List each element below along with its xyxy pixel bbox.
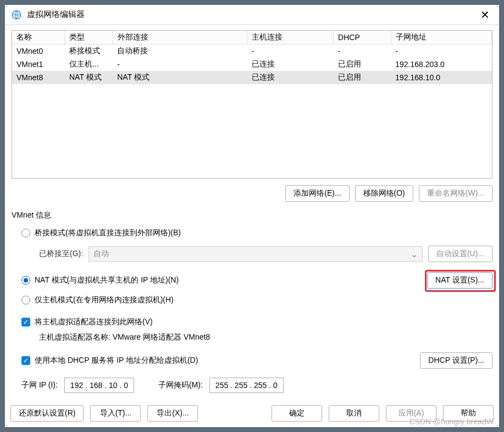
cell-type: 仅主机... [65,58,113,71]
import-button[interactable]: 导入(T)... [90,405,141,422]
cell-name: VMnet0 [12,45,65,58]
nat-radio[interactable] [21,276,30,285]
subnet-ip-input[interactable]: 192 . 168 . 10 . 0 [64,378,134,393]
cell-ext: NAT 模式 [113,71,247,84]
subnet-row: 子网 IP (I): 192 . 168 . 10 . 0 子网掩码(M): 2… [12,372,492,396]
cell-subnet: 192.168.203.0 [391,58,491,71]
remove-network-button[interactable]: 移除网络(O) [355,185,413,202]
col-dhcp[interactable]: DHCP [334,31,391,45]
bridge-to-label: 已桥接至(G): [39,249,83,259]
globe-icon [12,10,21,20]
cell-dhcp: 已启用 [334,58,391,71]
cell-name: VMnet1 [12,58,65,71]
dhcp-label: 使用本地 DHCP 服务将 IP 地址分配给虚拟机(D) [35,356,198,365]
table-buttons: 添加网络(E)... 移除网络(O) 重命名网络(W)... [12,185,492,202]
cell-ext: 自动桥接 [113,45,247,58]
auto-bridge-button[interactable]: 自动设置(U)... [428,246,492,262]
add-network-button[interactable]: 添加网络(E)... [285,185,349,202]
cell-host: 已连接 [247,58,334,71]
cell-subnet: - [391,45,491,58]
cell-host: 已连接 [247,71,334,84]
host-adapter-checkbox[interactable] [21,318,30,326]
col-host[interactable]: 主机连接 [247,31,334,45]
dhcp-checkbox[interactable] [21,356,30,365]
hostonly-radio[interactable] [21,296,30,304]
watermark: CSDN @hungry breadW [409,417,494,426]
nat-settings-button[interactable]: NAT 设置(S)... [427,272,492,289]
networks-table-wrap: 名称 类型 外部连接 主机连接 DHCP 子网地址 VMnet0桥接模式自动桥接… [12,30,492,179]
close-button[interactable]: ✕ [477,8,492,21]
dhcp-settings-button[interactable]: DHCP 设置(P)... [420,352,492,369]
networks-table[interactable]: 名称 类型 外部连接 主机连接 DHCP 子网地址 VMnet0桥接模式自动桥接… [12,31,492,84]
table-header-row: 名称 类型 外部连接 主机连接 DHCP 子网地址 [12,31,492,45]
bridge-to-row: 已桥接至(G): 自动 自动设置(U)... [12,241,492,269]
subnet-ip-label: 子网 IP (I): [21,380,58,390]
hostonly-mode-radio-row[interactable]: 仅主机模式(在专用网络内连接虚拟机)(H) [12,292,492,308]
col-type[interactable]: 类型 [65,31,113,45]
hostonly-label: 仅主机模式(在专用网络内连接虚拟机)(H) [35,295,174,305]
table-row[interactable]: VMnet0桥接模式自动桥接--- [12,45,492,58]
vmnet-info-label: VMnet 信息 [12,211,492,220]
rename-network-button[interactable]: 重命名网络(W)... [419,185,492,202]
cancel-button[interactable]: 取消 [329,405,379,422]
nat-mode-radio-row[interactable]: NAT 模式(与虚拟机共享主机的 IP 地址)(N) NAT 设置(S)... [12,269,492,292]
host-adapter-check-row[interactable]: 将主机虚拟适配器连接到此网络(V) [12,314,492,330]
bridge-mode-radio-row[interactable]: 桥接模式(将虚拟机直接连接到外部网络)(B) [12,225,492,241]
col-subnet[interactable]: 子网地址 [391,31,491,45]
subnet-mask-input[interactable]: 255 . 255 . 255 . 0 [209,378,284,393]
cell-subnet: 192.168.10.0 [391,71,491,84]
cell-dhcp: - [334,45,391,58]
bridge-radio[interactable] [21,229,30,237]
bridge-label: 桥接模式(将虚拟机直接连接到外部网络)(B) [35,228,181,238]
cell-type: NAT 模式 [65,71,113,84]
table-row[interactable]: VMnet8NAT 模式NAT 模式已连接已启用192.168.10.0 [12,71,492,84]
content-area: 名称 类型 外部连接 主机连接 DHCP 子网地址 VMnet0桥接模式自动桥接… [5,25,499,401]
col-ext[interactable]: 外部连接 [113,31,247,45]
virtual-network-editor-window: 虚拟网络编辑器 ✕ 名称 类型 外部连接 主机连接 DHCP 子网地址 VMne… [4,4,500,428]
subnet-mask-label: 子网掩码(M): [158,380,203,390]
dhcp-check-row[interactable]: 使用本地 DHCP 服务将 IP 地址分配给虚拟机(D) DHCP 设置(P).… [12,349,492,372]
host-adapter-label: 将主机虚拟适配器连接到此网络(V) [35,317,153,327]
restore-defaults-button[interactable]: 还原默认设置(R) [10,405,84,422]
col-name[interactable]: 名称 [12,31,65,45]
bridge-target-combo[interactable]: 自动 [88,246,423,262]
nat-label: NAT 模式(与虚拟机共享主机的 IP 地址)(N) [35,275,179,285]
export-button[interactable]: 导出(X)... [147,405,198,422]
titlebar: 虚拟网络编辑器 ✕ [5,5,499,25]
cell-host: - [247,45,334,58]
cell-name: VMnet8 [12,71,65,84]
host-adapter-name: 主机虚拟适配器名称: VMware 网络适配器 VMnet8 [12,330,492,349]
cell-type: 桥接模式 [65,45,113,58]
table-row[interactable]: VMnet1仅主机...-已连接已启用192.168.203.0 [12,58,492,71]
cell-ext: - [113,58,247,71]
cell-dhcp: 已启用 [334,71,391,84]
window-title: 虚拟网络编辑器 [27,9,477,20]
ok-button[interactable]: 确定 [272,405,322,422]
